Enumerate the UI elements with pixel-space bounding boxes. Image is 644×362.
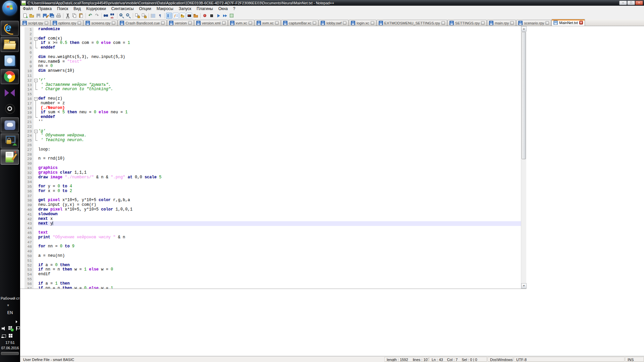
- maximize-button[interactable]: □: [627, 1, 635, 5]
- code-line[interactable]: 43next y: [20, 221, 521, 226]
- folder-workspace-button[interactable]: [193, 13, 199, 19]
- status-encoding[interactable]: UTF-8: [514, 357, 625, 362]
- tab-close-icon[interactable]: ×: [112, 21, 115, 25]
- code-line[interactable]: 19 if sum < 5 then neu = 0 else neu = 1: [20, 110, 521, 115]
- tab-Crash Bandicoot.cue[interactable]: Crash Bandicoot.cue×: [118, 20, 167, 26]
- menu-item-edit[interactable]: Правка: [36, 6, 55, 12]
- taskbar-item-chrome[interactable]: [1, 69, 19, 84]
- code-line[interactable]: 30: [20, 161, 521, 166]
- code-line[interactable]: 29n = rnd(10): [20, 157, 521, 161]
- code-line[interactable]: 49: [20, 249, 521, 254]
- code-line[interactable]: 34: [20, 180, 521, 184]
- open-file-button[interactable]: [29, 13, 35, 19]
- taskbar-item-media-player[interactable]: [1, 53, 19, 68]
- taskbar-item-start[interactable]: [1, 0, 19, 16]
- code-line[interactable]: 55: [20, 277, 521, 282]
- tab-EXTMODSMENU_SETTINGS.rpy[interactable]: EXTMODSMENU_SETTINGS.rpy×: [377, 20, 447, 26]
- code-line[interactable]: 16def neu(z): [20, 97, 521, 101]
- tab-SETTINGS.rpy[interactable]: SETTINGS.rpy×: [447, 20, 487, 26]
- taskbar-item-windows-explorer[interactable]: [1, 37, 19, 52]
- taskbar-item-remote-desktop[interactable]: [1, 133, 19, 148]
- fold-toggle-icon[interactable]: [34, 97, 38, 101]
- tab-xvm.xc[interactable]: xvm.xc×: [255, 20, 281, 26]
- menu-item-search[interactable]: Поиск: [54, 6, 71, 12]
- macro-save-button[interactable]: [229, 13, 235, 19]
- tab-close-icon[interactable]: ×: [188, 21, 192, 25]
- windows-flag-icon[interactable]: [8, 333, 13, 339]
- menu-item-settings[interactable]: Опции: [137, 6, 154, 12]
- tab-close-icon[interactable]: ×: [45, 21, 48, 25]
- code-line[interactable]: 10dim answers(10): [20, 69, 521, 73]
- code-line[interactable]: 39neu.input (y,x) = com(r): [20, 203, 521, 207]
- code-line[interactable]: 25 ' Teaching neuron.: [20, 138, 521, 143]
- file-browser-button[interactable]: [179, 13, 185, 19]
- tab-scenario.rpy[interactable]: scenario.rpy×: [516, 20, 551, 26]
- tab-close-icon[interactable]: ×: [222, 21, 226, 25]
- doc-map-button[interactable]: [166, 13, 172, 19]
- menu-item-macro[interactable]: Макросы: [154, 6, 176, 12]
- tab-close-icon[interactable]: ×: [275, 21, 279, 25]
- code-line[interactable]: 23'g': [20, 129, 521, 134]
- cut-button[interactable]: [65, 13, 71, 19]
- code-line[interactable]: 18 {./Neuron}: [20, 106, 521, 111]
- doc-switcher-button[interactable]: [186, 13, 192, 19]
- code-line[interactable]: 44: [20, 226, 521, 231]
- updates-icon[interactable]: [8, 326, 13, 331]
- code-line[interactable]: 15: [20, 92, 521, 97]
- menu-item-encoding[interactable]: Кодировки: [84, 6, 109, 12]
- code-line[interactable]: 47: [20, 240, 521, 245]
- code-line[interactable]: 37: [20, 194, 521, 198]
- save-file-button[interactable]: [36, 13, 42, 19]
- code-line[interactable]: 14 ' Charge neuron to "thinking".: [20, 87, 521, 92]
- menu-item-help[interactable]: ?: [230, 6, 238, 12]
- code-line[interactable]: 20 enddef: [20, 115, 521, 120]
- code-line[interactable]: 28: [20, 152, 521, 157]
- macro-record-button[interactable]: [202, 13, 208, 19]
- code-line[interactable]: 52if a = 0 then: [20, 263, 521, 268]
- code-line[interactable]: 35for y = 0 to 4: [20, 184, 521, 189]
- code-line[interactable]: 4 if x >= 0.5 then com = 0 else com = 1: [20, 41, 521, 46]
- show-desktop-button[interactable]: [1, 352, 19, 355]
- code-line[interactable]: 45text: [20, 231, 521, 235]
- chevron-expand-icon[interactable]: »: [6, 304, 10, 306]
- tab-login.xc[interactable]: login.xc×: [349, 20, 376, 26]
- macro-play-button[interactable]: [215, 13, 221, 19]
- zoom-in-button[interactable]: [119, 13, 125, 19]
- code-line[interactable]: 12'r': [20, 78, 521, 83]
- code-line[interactable]: 57if nn = n then w = 0 else w = 1: [20, 286, 521, 289]
- network-icon[interactable]: [1, 333, 7, 339]
- redo-button[interactable]: [94, 13, 100, 19]
- code-line[interactable]: 11: [20, 73, 521, 78]
- tab-close-icon[interactable]: ×: [371, 21, 374, 25]
- code-line[interactable]: 54endif: [20, 272, 521, 277]
- sync-h-button[interactable]: [141, 13, 147, 19]
- tab-close-icon[interactable]: ×: [249, 21, 252, 25]
- tab-close-icon[interactable]: ×: [161, 21, 165, 25]
- code-line[interactable]: 2: [20, 32, 521, 37]
- new-file-button[interactable]: [22, 13, 28, 19]
- code-line[interactable]: 6: [20, 50, 521, 55]
- status-eol-format[interactable]: Dos\Windows: [488, 357, 513, 362]
- code-line[interactable]: 31graphics: [20, 166, 521, 171]
- zoom-out-button[interactable]: [125, 13, 131, 19]
- tab-screens.rpy[interactable]: screens.rpy×: [84, 20, 117, 26]
- code-line[interactable]: 3def com(x): [20, 37, 521, 41]
- code-line[interactable]: 56if a = 1 then: [20, 282, 521, 286]
- code-line[interactable]: 32graphics clear 1,1,1: [20, 171, 521, 175]
- sync-v-button[interactable]: [135, 13, 141, 19]
- copy-button[interactable]: [71, 13, 77, 19]
- tab-close-icon[interactable]: ×: [77, 21, 81, 25]
- code-line[interactable]: 50a = neu(nn): [20, 254, 521, 258]
- tab-version.xml[interactable]: version.xml×: [194, 20, 228, 26]
- taskbar-item-notepad-plus-plus[interactable]: [1, 149, 19, 165]
- clock-date[interactable]: 07.06.2016: [0, 346, 20, 350]
- undo-button[interactable]: [87, 13, 93, 19]
- code-line[interactable]: 9nn = 0: [20, 64, 521, 69]
- code-line[interactable]: 33draw image "./numbers/" & n & ".png" a…: [20, 175, 521, 180]
- tab-captureBar.xc[interactable]: captureBar.xc×: [281, 20, 318, 26]
- code-line[interactable]: 7dim neu.weights(5,3), neu.input(5,3): [20, 55, 521, 60]
- menu-item-windows[interactable]: Окна: [216, 6, 230, 12]
- code-line[interactable]: 48for nn = 0 to 9: [20, 244, 521, 249]
- tab-main.rpy[interactable]: main.rpy×: [487, 20, 516, 26]
- macro-stop-button[interactable]: [209, 13, 215, 19]
